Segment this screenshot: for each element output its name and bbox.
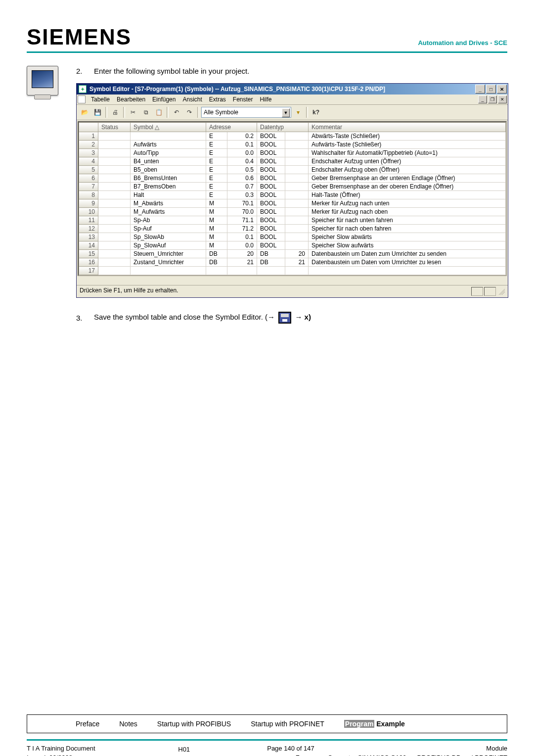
table-cell[interactable] (98, 174, 131, 183)
table-cell[interactable]: 6 (79, 174, 98, 183)
table-cell[interactable]: Sp-Ab (131, 216, 206, 225)
table-cell[interactable]: Speicher Slow aufwärts (309, 241, 506, 250)
table-cell[interactable] (98, 132, 131, 141)
table-row[interactable]: 16Zustand_UmrichterDB21DB21Datenbaustein… (79, 258, 506, 267)
table-row[interactable]: 15Steuern_UmrichterDB20DB20Datenbaustein… (79, 250, 506, 258)
table-cell[interactable]: 21 (227, 258, 257, 267)
title-bar[interactable]: ✦ Symbol Editor - [S7-Programm(1) (Symbo… (77, 84, 508, 94)
table-cell[interactable] (285, 166, 309, 174)
copy-icon[interactable]: ⧉ (140, 106, 152, 118)
col-symbol[interactable]: Symbol △ (131, 123, 206, 132)
table-cell[interactable] (285, 132, 309, 141)
table-cell[interactable]: E (206, 191, 227, 199)
table-cell[interactable]: Merker für Aufzug nach oben (309, 208, 506, 216)
table-cell[interactable]: BOOL (257, 191, 285, 199)
table-cell[interactable] (257, 267, 285, 275)
table-cell[interactable]: Speicher für nach unten fahren (309, 216, 506, 225)
table-cell[interactable]: 12 (79, 225, 98, 233)
table-row[interactable]: 9M_AbwärtsM70.1BOOLMerker für Aufzug nac… (79, 199, 506, 208)
table-cell[interactable]: Abwärts (131, 132, 206, 141)
table-cell[interactable] (98, 267, 131, 275)
table-cell[interactable]: Wahlschalter für Automatik/Tippbetrieb (… (309, 149, 506, 157)
table-cell[interactable]: BOOL (257, 208, 285, 216)
table-cell[interactable]: 14 (79, 241, 98, 250)
mdi-restore-button[interactable]: ❐ (488, 95, 497, 103)
table-cell[interactable]: M (206, 233, 227, 241)
table-cell[interactable]: Aufwärts (131, 141, 206, 149)
table-cell[interactable]: 21 (285, 258, 309, 267)
table-cell[interactable] (98, 141, 131, 149)
paste-icon[interactable]: 📋 (153, 106, 165, 118)
table-row[interactable]: 10M_AufwärtsM70.0BOOLMerker für Aufzug n… (79, 208, 506, 216)
menu-bearbeiten[interactable]: Bearbeiten (113, 95, 149, 104)
table-cell[interactable]: 0.0 (227, 241, 257, 250)
table-cell[interactable]: 20 (227, 250, 257, 258)
table-row[interactable]: 8HaltE0.3BOOLHalt-Taste (Öffner) (79, 191, 506, 199)
table-cell[interactable]: 0.6 (227, 174, 257, 183)
table-cell[interactable]: BOOL (257, 233, 285, 241)
table-cell[interactable]: BOOL (257, 216, 285, 225)
table-cell[interactable] (98, 225, 131, 233)
table-cell[interactable]: Geber Bremsenphase an der oberen Endlage… (309, 183, 506, 191)
table-cell[interactable]: 7 (79, 183, 98, 191)
table-cell[interactable] (98, 241, 131, 250)
table-cell[interactable]: BOOL (257, 149, 285, 157)
table-cell[interactable]: 5 (79, 166, 98, 174)
maximize-button[interactable]: □ (486, 85, 496, 94)
table-cell[interactable]: Abwärts-Taste (Schließer) (309, 132, 506, 141)
table-cell[interactable]: Sp_SlowAb (131, 233, 206, 241)
symbol-table[interactable]: Status Symbol △ Adresse Datentyp Komment… (78, 121, 507, 276)
menu-extras[interactable]: Extras (206, 95, 229, 104)
context-help-icon[interactable]: k? (310, 106, 322, 118)
table-cell[interactable]: 0.5 (227, 166, 257, 174)
table-cell[interactable]: E (206, 183, 227, 191)
filter-funnel-icon[interactable]: ▾ (292, 106, 304, 118)
table-cell[interactable]: B4_unten (131, 157, 206, 166)
table-cell[interactable]: 11 (79, 216, 98, 225)
table-row[interactable]: 4B4_untenE0.4BOOLEndschalter Aufzug unte… (79, 157, 506, 166)
table-cell[interactable] (285, 267, 309, 275)
table-cell[interactable] (285, 199, 309, 208)
table-cell[interactable]: Endschalter Aufzug unten (Öffner) (309, 157, 506, 166)
table-row[interactable]: 14Sp_SlowAufM0.0BOOLSpeicher Slow aufwär… (79, 241, 506, 250)
table-row[interactable]: 1AbwärtsE0.2BOOLAbwärts-Taste (Schließer… (79, 132, 506, 141)
table-cell[interactable]: 3 (79, 149, 98, 157)
table-row[interactable]: 6B6_BremsUntenE0.6BOOLGeber Bremsenphase… (79, 174, 506, 183)
table-cell[interactable] (98, 199, 131, 208)
table-cell[interactable]: 17 (79, 267, 98, 275)
print-icon[interactable]: 🖨 (109, 106, 121, 118)
table-row[interactable]: 5B5_obenE0.5BOOLEndschalter Aufzug oben … (79, 166, 506, 174)
table-cell[interactable] (98, 233, 131, 241)
table-cell[interactable] (98, 149, 131, 157)
table-cell[interactable] (285, 157, 309, 166)
table-row[interactable]: 7B7_BremsObenE0.7BOOLGeber Bremsenphase … (79, 183, 506, 191)
table-cell[interactable]: 2 (79, 141, 98, 149)
table-row[interactable]: 17 (79, 267, 506, 275)
table-row[interactable]: 13Sp_SlowAbM0.1BOOLSpeicher Slow abwärts (79, 233, 506, 241)
col-rownum[interactable] (79, 123, 98, 132)
document-icon[interactable] (78, 95, 86, 103)
table-cell[interactable] (285, 225, 309, 233)
table-cell[interactable]: 9 (79, 199, 98, 208)
table-cell[interactable] (98, 258, 131, 267)
menu-bar[interactable]: Tabelle Bearbeiten Einfügen Ansicht Extr… (88, 95, 275, 104)
nav-program-example[interactable]: Program Example (344, 720, 405, 728)
redo-icon[interactable]: ↷ (183, 106, 195, 118)
table-cell[interactable]: 13 (79, 233, 98, 241)
table-cell[interactable] (98, 216, 131, 225)
table-cell[interactable]: Speicher für nach oben fahren (309, 225, 506, 233)
table-cell[interactable]: M (206, 241, 227, 250)
table-cell[interactable]: 70.0 (227, 208, 257, 216)
table-cell[interactable] (285, 174, 309, 183)
table-cell[interactable]: Geber Bremsenphase an der unteren Endlag… (309, 174, 506, 183)
table-cell[interactable] (227, 267, 257, 275)
table-cell[interactable]: DB (257, 258, 285, 267)
table-cell[interactable]: Datenbaustein um Daten zum Umrichter zu … (309, 250, 506, 258)
table-cell[interactable]: BOOL (257, 183, 285, 191)
table-row[interactable]: 12Sp-AufM71.2BOOLSpeicher für nach oben … (79, 225, 506, 233)
table-cell[interactable]: DB (206, 258, 227, 267)
mdi-close-button[interactable]: ✕ (498, 95, 507, 103)
table-cell[interactable]: Zustand_Umrichter (131, 258, 206, 267)
table-cell[interactable] (285, 241, 309, 250)
col-kommentar[interactable]: Kommentar (309, 123, 506, 132)
